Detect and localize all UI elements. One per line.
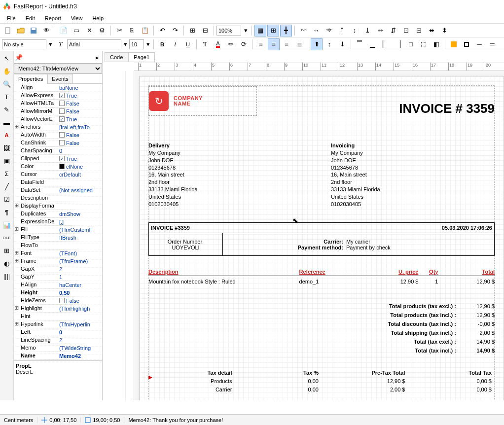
cut-button[interactable]: ✂	[113, 25, 125, 36]
design-canvas[interactable]: ↻ COMPANY NAME INVOICE # 3359 Delivery M…	[134, 71, 504, 400]
richtext-tool[interactable]: ¶	[1, 206, 13, 218]
prop-row[interactable]: CharSpacing0	[14, 147, 102, 155]
prop-row[interactable]: ⊞Highlight(TfrxHighligh	[14, 305, 102, 313]
tab-properties[interactable]: Properties	[14, 74, 47, 84]
gradient-tool[interactable]: ◐	[1, 257, 13, 269]
prop-row[interactable]: DuplicatesdmShow	[14, 210, 102, 218]
align-top-button[interactable]: ⤒	[336, 25, 348, 36]
prop-row[interactable]: HideZerosFalse	[14, 297, 102, 305]
prop-row[interactable]: Left0	[14, 328, 102, 336]
tax-detail-block[interactable]: Tax detail Tax % Pre-Tax Total Total Tax…	[148, 370, 495, 395]
line-item-row[interactable]: Mountain fox notebook Style : Ruled demo…	[148, 279, 495, 284]
prop-row[interactable]: CursorcrDefault	[14, 171, 102, 178]
prop-row[interactable]: AllowVectorE✓True	[14, 115, 102, 123]
undo-button[interactable]: ↶	[156, 25, 168, 36]
prop-row[interactable]: LineSpacing2	[14, 336, 102, 344]
guides-button[interactable]: ╋	[280, 25, 292, 36]
prop-row[interactable]: NameMemo42	[14, 352, 102, 360]
barcode-tool[interactable]: ||||	[1, 270, 13, 282]
menu-view[interactable]: View	[66, 14, 88, 22]
copy-button[interactable]: ⎘	[126, 25, 138, 36]
prop-row[interactable]: ⊞Frame(TfrxFrame)	[14, 257, 102, 265]
frame-width-button[interactable]: ═	[486, 38, 498, 50]
prop-row[interactable]: ⊞Fill(TfrxCustomF	[14, 226, 102, 234]
select-tool[interactable]: ↖	[1, 52, 13, 64]
tab-events[interactable]: Events	[47, 74, 73, 83]
prop-row[interactable]: FlowTo	[14, 242, 102, 249]
center-h-button[interactable]: ⊡	[400, 25, 412, 36]
invoicing-address[interactable]: Invoicing My CompanyJohn DOE 01234567816…	[331, 142, 380, 208]
prop-row[interactable]: AllowMirrorMFalse	[14, 107, 102, 115]
same-width-button[interactable]: ⬌	[426, 25, 437, 36]
tab-code[interactable]: Code	[105, 52, 128, 62]
space-h-button[interactable]: ⇿	[374, 25, 386, 36]
new-dialog-button[interactable]: ▭	[71, 25, 82, 36]
prop-row[interactable]: Hint	[14, 313, 102, 320]
frame-style-button[interactable]: ─	[473, 38, 485, 50]
ole-tool[interactable]: OLE	[1, 232, 13, 244]
frame-all-button[interactable]: □	[405, 38, 417, 50]
format-tool[interactable]: ✎	[1, 104, 13, 115]
ruler-vertical[interactable]	[125, 71, 134, 400]
open-button[interactable]	[15, 25, 27, 36]
align-left-button[interactable]: ⬳	[297, 25, 309, 36]
subreport-tool[interactable]: ▣	[1, 155, 13, 167]
chart-tool[interactable]: 📊	[1, 219, 13, 231]
delivery-address[interactable]: Delivery My CompanyJohn DOE 01234567816,…	[148, 142, 198, 208]
prop-row[interactable]: AlignbaNone	[14, 84, 102, 92]
inspector-pin-icon[interactable]: 📌	[15, 53, 23, 61]
menu-file[interactable]: File	[2, 14, 21, 22]
prop-row[interactable]: ⊞Anchors[fraLeft,fraTo	[14, 123, 102, 131]
memo-tool[interactable]: A	[1, 129, 13, 141]
frame-top-button[interactable]: ▔	[354, 38, 365, 50]
prop-row[interactable]: Description	[14, 194, 102, 202]
frame-right-button[interactable]: ▕	[392, 38, 404, 50]
prop-row[interactable]: DataField	[14, 178, 102, 186]
line-tool[interactable]: ╱	[1, 180, 13, 192]
underline-button[interactable]: U	[182, 38, 194, 50]
invoice-info-row[interactable]: Order Number: UOYEVOLI Carrier:My carrie…	[148, 233, 495, 256]
menu-help[interactable]: Help	[87, 14, 108, 22]
italic-button[interactable]: I	[169, 38, 181, 50]
text-top-button[interactable]: ⬆	[311, 38, 323, 50]
ruler-horizontal[interactable]: 1234567891011121314151617181920	[134, 62, 504, 71]
prop-row[interactable]: GapX2	[14, 265, 102, 273]
style-combo[interactable]	[2, 39, 46, 49]
prop-row[interactable]: Clipped✓True	[14, 155, 102, 163]
text-tool[interactable]: T	[1, 91, 13, 103]
prop-row[interactable]: Memo(TWideString	[14, 344, 102, 352]
prop-row[interactable]: ExpressionDe[,]	[14, 218, 102, 226]
company-block[interactable]: ↻ COMPANY NAME	[148, 86, 257, 116]
prop-row[interactable]: DataSet(Not assigned	[14, 186, 102, 194]
inspector-close-icon[interactable]: ▸	[93, 53, 101, 61]
line-items-header[interactable]: Description Reference U. price Qty Total	[148, 269, 495, 276]
frame-left-button[interactable]: ▏	[379, 38, 391, 50]
text-left-button[interactable]: ≡	[255, 38, 267, 50]
zoom-combo[interactable]	[216, 26, 241, 35]
prop-row[interactable]: FillTypeftBrush	[14, 234, 102, 242]
prop-row[interactable]: GapY1	[14, 273, 102, 281]
text-center-button[interactable]: ≡	[268, 38, 280, 50]
frame-shadow-button[interactable]: ◧	[431, 38, 442, 50]
new-button[interactable]	[2, 25, 14, 36]
totals-block[interactable]: Total products (tax excl.) :12,90 $Total…	[388, 303, 495, 356]
tab-page1[interactable]: Page1	[128, 52, 155, 62]
frame-none-button[interactable]: ⬚	[418, 38, 430, 50]
prop-row[interactable]: AllowHTMLTaFalse	[14, 100, 102, 107]
grid-button[interactable]: ▦	[254, 25, 266, 36]
prop-row[interactable]: ⊞Hyperlink(TfrxHyperlin	[14, 320, 102, 328]
prop-row[interactable]: Height0,50	[14, 289, 102, 297]
menu-edit[interactable]: Edit	[21, 14, 40, 22]
text-right-button[interactable]: ≡	[281, 38, 292, 50]
fontsize-combo[interactable]	[129, 39, 144, 49]
center-v-button[interactable]: ⊟	[413, 25, 425, 36]
frame-color-button[interactable]	[461, 38, 472, 50]
prop-row[interactable]: AutoWidthFalse	[14, 131, 102, 139]
space-v-button[interactable]: ⇵	[387, 25, 399, 36]
align-bottom-button[interactable]: ⤓	[361, 25, 373, 36]
prop-row[interactable]: ⊞DisplayForma	[14, 202, 102, 210]
paste-button[interactable]: 📋	[139, 25, 151, 36]
fill-color-button[interactable]	[448, 38, 460, 50]
font-combo[interactable]	[67, 39, 121, 49]
invoice-title[interactable]: INVOICE # 3359	[399, 101, 495, 116]
